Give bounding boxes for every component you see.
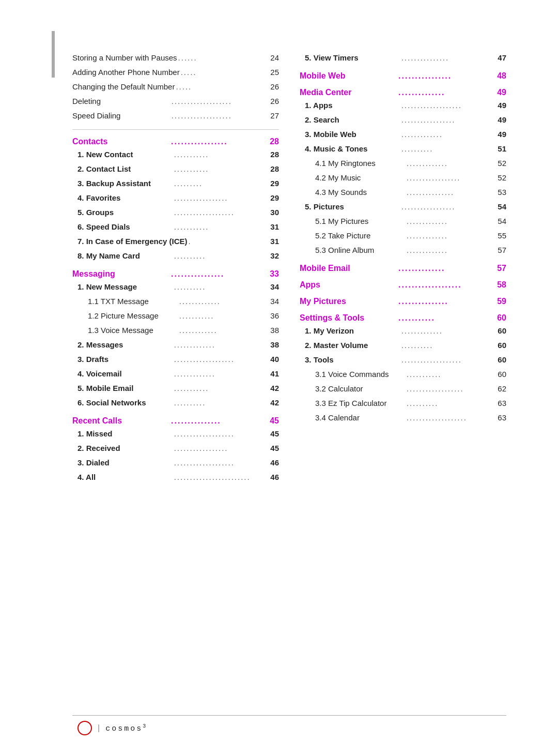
toc-entry: 3.4 Calendar...................63 [315, 412, 506, 424]
entry-dots: ................... [174, 206, 270, 219]
entry-page: 46 [270, 471, 279, 483]
toc-entry: 5.3 Online Album.............57 [315, 244, 506, 256]
entry-text: 5. Mobile Email [78, 382, 173, 395]
footer: | cosmos3 [72, 715, 506, 735]
entry-page: 42 [270, 397, 279, 409]
entry-dots: .......... [401, 339, 497, 352]
entry-dots: ............. [401, 325, 497, 337]
toc-entry: 3.2 Calculator..................62 [315, 383, 506, 395]
toc-entry: Changing the Default Number.....26 [72, 81, 279, 93]
entry-text: 1. My Verizon [305, 325, 400, 337]
entry-dots: ................... [407, 412, 497, 424]
entry-text: 1. New Contact [78, 148, 173, 161]
entry-dots: ................... [174, 428, 270, 440]
toc-entry: 1. Missed...................45 [78, 428, 279, 440]
entry-page: 57 [498, 244, 506, 256]
toc-entry: 5. View Timers...............47 [305, 52, 506, 64]
entry-text: 3. Dialed [78, 457, 173, 469]
toc-entry: 1.2 Picture Message...........36 [88, 310, 279, 322]
entry-dots: .......... [174, 397, 270, 409]
entry-dots: .................. [407, 383, 497, 395]
entry-dots: ................. [174, 442, 270, 455]
entry-text: 5. Pictures [305, 201, 400, 213]
entry-page: 54 [498, 215, 506, 228]
brand-super: 3 [143, 723, 147, 729]
toc-entry: 1. Apps...................49 [305, 99, 506, 112]
toc-entry: 1. New Contact...........28 [78, 148, 279, 161]
entry-dots: ............... [401, 52, 497, 64]
entry-page: 31 [270, 235, 279, 248]
entry-page: 26 [270, 95, 279, 108]
entry-dots: ................... [401, 354, 497, 366]
entry-page: 54 [498, 201, 506, 213]
entry-dots: ................. [401, 114, 497, 126]
entry-text: 1.2 Picture Message [88, 310, 178, 322]
toc-entry: 6. Social Networks..........42 [78, 397, 279, 409]
entry-dots: ........... [174, 221, 270, 233]
section-header: Messaging................33 [72, 269, 279, 279]
left-bar-decoration [52, 31, 55, 78]
entry-text: Adding Another Phone Number [72, 66, 180, 79]
entry-page: 41 [270, 368, 279, 380]
entry-page: 49 [498, 99, 506, 112]
entry-text: 3.2 Calculator [315, 383, 406, 395]
toc-entry: 2. Contact List...........28 [78, 163, 279, 175]
entry-page: 62 [498, 383, 506, 395]
entry-text: 1.1 TXT Message [88, 295, 178, 308]
section-header: Mobile Web................48 [300, 71, 506, 81]
entry-dots: .......... [174, 281, 270, 293]
content-columns: Storing a Number with Pauses......24Addi… [72, 52, 506, 486]
entry-dots: ............ [179, 324, 270, 337]
entry-dots: ................... [174, 353, 270, 366]
entry-dots: ................... [172, 110, 270, 122]
entry-text: 3.1 Voice Commands [315, 368, 406, 381]
toc-entry: 3.3 Ez Tip Calculator..........63 [315, 397, 506, 410]
toc-entry: 2. Messages.............38 [78, 339, 279, 351]
entry-dots: ........... [174, 382, 270, 395]
toc-entry: 2. Master Volume..........60 [305, 339, 506, 352]
entry-dots: ............. [174, 339, 270, 351]
entry-dots: ........... [179, 310, 270, 322]
entry-page: 24 [270, 52, 279, 64]
entry-dots: ............... [407, 186, 497, 199]
entry-text: 3. Mobile Web [305, 128, 400, 141]
entry-page: 25 [270, 66, 279, 79]
section-header: Media Center..............49 [300, 88, 506, 97]
entry-page: 49 [498, 114, 506, 126]
entry-text: 6. Speed Dials [78, 221, 173, 233]
entry-page: 29 [270, 177, 279, 190]
entry-page: 27 [270, 110, 279, 122]
toc-entry: 1. My Verizon.............60 [305, 325, 506, 337]
entry-text: Deleting [72, 95, 171, 108]
entry-page: 52 [498, 172, 506, 184]
toc-entry: 1.1 TXT Message.............34 [88, 295, 279, 308]
entry-page: 55 [498, 230, 506, 242]
entry-page: 45 [270, 442, 279, 455]
entry-text: 1. Apps [305, 99, 400, 112]
entry-text: 2. Messages [78, 339, 173, 351]
toc-entry: 4. Voicemail.............41 [78, 368, 279, 380]
entry-text: 5. Groups [78, 206, 173, 219]
entry-page: 47 [498, 52, 506, 64]
entry-text: 3. Drafts [78, 353, 173, 366]
entry-page: 60 [498, 354, 506, 366]
right-sections: Mobile Web................48Media Center… [300, 71, 506, 424]
entry-page: 46 [270, 457, 279, 469]
entry-dots: .......... [407, 397, 497, 410]
entry-text: Storing a Number with Pauses [72, 52, 177, 64]
entry-text: 5.2 Take Picture [315, 230, 406, 242]
entry-text: 4. Favorites [78, 192, 173, 204]
toc-entry: 3. Tools...................60 [305, 354, 506, 366]
entry-page: 28 [270, 163, 279, 175]
entry-text: 5. View Timers [305, 52, 400, 64]
toc-entry: 2. Search.................49 [305, 114, 506, 126]
entry-text: 3.4 Calendar [315, 412, 406, 424]
entry-dots: ............. [174, 368, 270, 380]
entry-page: 30 [270, 206, 279, 219]
entry-dots: ................... [401, 99, 497, 112]
left-top-entries: Storing a Number with Pauses......24Addi… [72, 52, 279, 122]
entry-text: 4.1 My Ringtones [315, 157, 406, 170]
left-column: Storing a Number with Pauses......24Addi… [72, 52, 279, 486]
toc-entry: 4. Music & Tones..........51 [305, 143, 506, 155]
entry-text: 3. Tools [305, 354, 400, 366]
